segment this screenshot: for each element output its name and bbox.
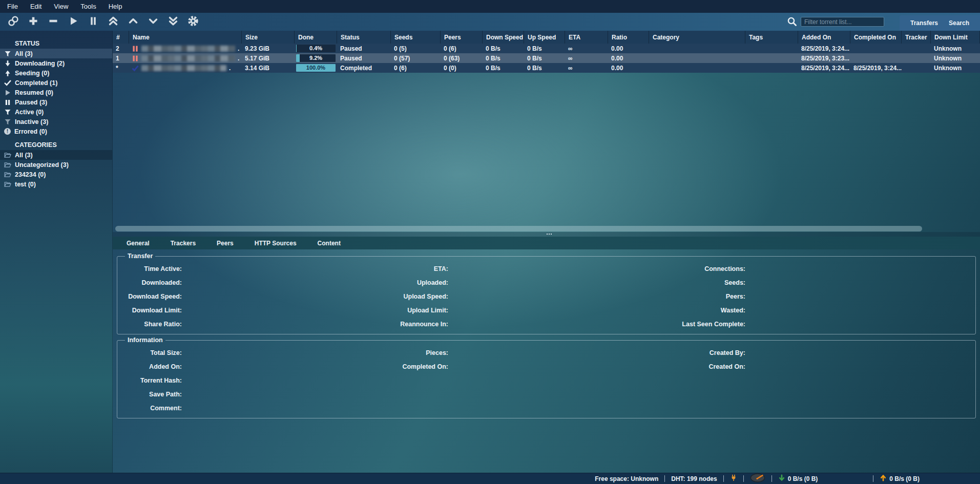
column-header-name[interactable]: Name (129, 31, 242, 44)
menu-tools[interactable]: Tools (80, 3, 96, 10)
menu-help[interactable]: Help (109, 3, 122, 10)
column-header-tracker[interactable]: Tracker (902, 31, 931, 44)
tab-peers[interactable]: Peers (217, 240, 234, 247)
field-label-last-seen-complete: Last Seen Complete: (122, 320, 745, 329)
horizontal-scrollbar[interactable] (113, 225, 980, 232)
cell-size: 5.17 GiB (242, 53, 295, 63)
menu-edit[interactable]: Edit (30, 3, 41, 10)
cell-tracker (902, 44, 931, 53)
progress-bar: 9.2% (296, 54, 336, 62)
name-ellipsis: . (238, 55, 239, 62)
tab-content[interactable]: Content (318, 240, 341, 247)
splitter-grip (547, 234, 548, 235)
move-up-button[interactable] (127, 15, 140, 29)
column-header-seeds[interactable]: Seeds (391, 31, 441, 44)
cell-completed-on (850, 44, 902, 53)
column-header-tags[interactable]: Tags (745, 31, 798, 44)
view-tab-transfers[interactable]: Transfers (910, 19, 938, 27)
filter-torrent-input[interactable] (801, 17, 884, 27)
column-header-[interactable]: # (113, 31, 129, 44)
column-header-down-speed[interactable]: Down Speed (483, 31, 524, 44)
status-filter-errored-0[interactable]: !Errored (0) (0, 127, 112, 136)
cell-up-speed: 0 B/s (524, 44, 565, 53)
column-header-ratio[interactable]: Ratio (608, 31, 649, 44)
alt-speed-limits-toggle[interactable] (750, 473, 765, 484)
add-torrent-file-button[interactable] (27, 15, 40, 29)
torrent-row[interactable]: 1.5.17 GiB9.2%Paused0 (57)0 (63)0 B/s0 B… (113, 53, 980, 63)
column-header-completed-on[interactable]: Completed On (850, 31, 902, 44)
tab-general[interactable]: General (127, 240, 150, 247)
funnel-muted-icon (4, 118, 11, 125)
scrollbar-thumb[interactable] (115, 226, 922, 232)
status-filter-all-3[interactable]: All (3) (0, 49, 112, 58)
completed-row-icon (132, 65, 139, 72)
upload-arrow-icon (880, 474, 887, 483)
column-header-status[interactable]: Status (337, 31, 391, 44)
cell-done: 9.2% (295, 53, 337, 63)
torrent-row[interactable]: *.3.14 GiB100.0%Completed0 (6)0 (0)0 B/s… (113, 63, 980, 73)
menu-view[interactable]: View (54, 3, 68, 10)
status-filter-downloading-2[interactable]: Downloading (2) (0, 58, 112, 68)
move-top-button[interactable] (107, 15, 120, 29)
cell-size: 3.14 GiB (242, 63, 295, 73)
resume-button[interactable] (67, 15, 80, 29)
cell-up-speed: 0 B/s (524, 53, 565, 63)
search-icon (786, 16, 798, 27)
tab-http-sources[interactable]: HTTP Sources (255, 240, 297, 247)
error-icon: ! (4, 128, 11, 135)
view-switch: TransfersSearch (900, 15, 980, 31)
status-filter-completed-1[interactable]: Completed (1) (0, 78, 112, 88)
field-label-created-by: Created By: (122, 348, 745, 357)
cell-tags (745, 63, 798, 73)
category-filter-uncategorized-3[interactable]: Uncategorized (3) (0, 160, 112, 170)
status-filter-label: Resumed (0) (15, 89, 53, 96)
upload-speed-label: 0 B/s (0 B) (889, 475, 920, 482)
torrent-name-redacted (141, 65, 226, 71)
view-tab-search[interactable]: Search (949, 19, 969, 27)
torrent-table-body: 2.9.23 GiB0.4%Paused0 (5)0 (6)0 B/s0 B/s… (113, 44, 980, 73)
status-filter-paused-3[interactable]: Paused (3) (0, 97, 112, 107)
column-header-category[interactable]: Category (649, 31, 745, 44)
check-icon (4, 79, 11, 87)
delete-torrent-button[interactable] (47, 15, 60, 29)
torrent-name-redacted (141, 46, 235, 52)
add-torrent-link-button[interactable] (7, 15, 20, 29)
panel-splitter[interactable] (113, 232, 980, 237)
move-bottom-button[interactable] (166, 15, 180, 29)
transfer-section-legend: Transfer (125, 252, 155, 260)
options-button[interactable] (186, 15, 200, 29)
statusbar-divider (873, 475, 873, 482)
transfer-section-column: Connections:Seeds:Peers:Wasted:Last Seen… (122, 264, 745, 329)
table-empty-area (113, 73, 980, 225)
column-header-up-speed[interactable]: Up Speed (524, 31, 565, 44)
torrent-row[interactable]: 2.9.23 GiB0.4%Paused0 (5)0 (6)0 B/s0 B/s… (113, 44, 980, 53)
column-header-eta[interactable]: ETA (565, 31, 608, 44)
tab-trackers[interactable]: Trackers (171, 240, 196, 247)
categories-section-header[interactable]: CATEGORIES (0, 140, 112, 150)
category-filter-label: Uncategorized (3) (15, 161, 69, 169)
column-header-peers[interactable]: Peers (441, 31, 483, 44)
category-filter-test-0[interactable]: test (0) (0, 179, 112, 189)
pause-button[interactable] (87, 15, 100, 29)
arrow-down-icon (4, 60, 11, 67)
menu-file[interactable]: File (7, 3, 18, 10)
category-filter-234234-0[interactable]: 234234 (0) (0, 170, 112, 179)
column-header-done[interactable]: Done (295, 31, 337, 44)
cell-category (649, 44, 745, 53)
cell-seeds: 0 (6) (391, 63, 441, 73)
status-filter-label: Completed (1) (15, 79, 57, 87)
status-filter-active-0[interactable]: Active (0) (0, 107, 112, 117)
speed-gauge-icon (750, 473, 765, 484)
field-label-connections: Connections: (122, 264, 745, 273)
category-filter-all-3[interactable]: All (3) (0, 150, 112, 160)
column-header-size[interactable]: Size (242, 31, 295, 44)
status-filter-inactive-3[interactable]: Inactive (3) (0, 117, 112, 127)
column-header-down-limit[interactable]: Down Limit (931, 31, 980, 44)
status-section-header[interactable]: STATUS (0, 38, 112, 49)
status-filter-resumed-0[interactable]: Resumed (0) (0, 88, 112, 97)
status-filter-seeding-0[interactable]: Seeding (0) (0, 68, 112, 78)
status-bar: Free space: UnknownDHT: 199 nodes0 B/s (… (0, 473, 980, 484)
move-down-button[interactable] (147, 15, 160, 29)
cell-status: Paused (337, 53, 391, 63)
column-header-added-on[interactable]: Added On (798, 31, 850, 44)
